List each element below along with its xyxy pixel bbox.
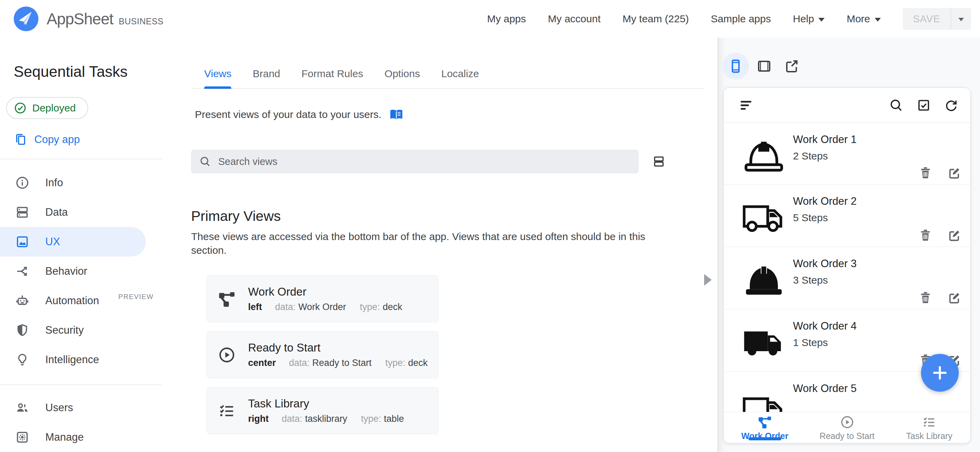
brand: AppSheet BUSINESS	[38, 10, 164, 28]
row-subtitle: 1 Steps	[793, 337, 828, 349]
chevron-down-icon	[818, 18, 824, 22]
row-title: Work Order 4	[793, 320, 856, 332]
row-subtitle: 2 Steps	[793, 150, 828, 162]
sidebar-item-label: Manage	[45, 431, 84, 443]
panel-expand-arrow-icon[interactable]	[704, 274, 712, 285]
sidebar-item-automation[interactable]: Automation PREVIEW	[0, 286, 146, 316]
brand-tier: BUSINESS	[119, 16, 163, 26]
tablet-icon[interactable]	[756, 58, 772, 75]
shield-icon	[15, 323, 30, 338]
copy-app-label: Copy app	[34, 133, 80, 146]
search-icon	[199, 155, 212, 168]
type-label: type:	[360, 302, 380, 312]
type-label: type:	[385, 358, 406, 368]
top-bar: AppSheet BUSINESS My apps My account My …	[0, 0, 980, 38]
sidebar-item-ux[interactable]: UX	[0, 227, 146, 257]
view-card-ready-to-start[interactable]: Ready to Start center data: Ready to Sta…	[207, 331, 439, 378]
save-button[interactable]: SAVE	[903, 13, 950, 25]
docs-book-icon[interactable]	[389, 107, 404, 122]
bottom-nav-label: Work Order	[741, 431, 788, 441]
checkbox-icon[interactable]	[916, 98, 931, 113]
play-circle-icon	[840, 415, 854, 429]
list-item-work-order-3[interactable]: Work Order 3 3 Steps	[724, 247, 970, 309]
app-title: Sequential Tasks	[14, 63, 162, 80]
nav-sample-apps[interactable]: Sample apps	[711, 13, 771, 25]
checklist-icon	[922, 415, 936, 429]
check-circle-icon	[14, 102, 27, 114]
sidebar-item-data[interactable]: Data	[0, 198, 146, 227]
play-circle-icon	[218, 346, 236, 364]
edit-icon[interactable]	[947, 290, 961, 305]
nav-help-menu[interactable]: Help	[793, 13, 825, 25]
save-menu-button[interactable]	[951, 8, 971, 30]
view-cards: Work Order left data: Work Order type: d…	[207, 275, 705, 434]
delete-icon[interactable]	[918, 166, 933, 180]
search-icon[interactable]	[889, 98, 904, 113]
tab-brand[interactable]: Brand	[253, 62, 280, 88]
sidebar-nav-secondary: Users Manage	[0, 393, 162, 452]
list-item-work-order-2[interactable]: Work Order 2 5 Steps	[724, 184, 970, 247]
search-box[interactable]	[191, 150, 639, 173]
collapse-sections-icon[interactable]	[652, 154, 666, 169]
nav-my-account[interactable]: My account	[548, 13, 600, 25]
sidebar-item-intelligence[interactable]: Intelligence	[0, 345, 146, 374]
chevron-down-icon	[958, 18, 964, 21]
row-title: Work Order 1	[793, 133, 856, 146]
row-subtitle: 5 Steps	[793, 212, 828, 224]
edit-icon[interactable]	[947, 166, 961, 180]
sidebar-item-users[interactable]: Users	[0, 393, 146, 422]
tab-format-rules[interactable]: Format Rules	[302, 62, 363, 88]
sidebar-item-label: Users	[45, 401, 73, 414]
refresh-icon[interactable]	[943, 98, 959, 113]
tab-bar: Views Brand Format Rules Options Localiz…	[191, 62, 705, 89]
view-card-task-library[interactable]: Task Library right data: tasklibrary typ…	[207, 387, 439, 434]
appsheet-logo-icon[interactable]	[14, 6, 38, 31]
edit-icon[interactable]	[947, 228, 961, 243]
nav-my-apps[interactable]: My apps	[487, 13, 526, 25]
view-position: center	[248, 358, 276, 368]
search-input[interactable]	[218, 156, 631, 167]
intro-text: Present views of your data to your users…	[195, 109, 382, 121]
view-card-work-order[interactable]: Work Order left data: Work Order type: d…	[207, 275, 439, 322]
row-actions	[918, 290, 961, 305]
deployed-status-badge[interactable]: Deployed	[6, 97, 88, 119]
nav-my-team[interactable]: My team (225)	[622, 13, 689, 25]
work-order-list: Work Order 1 2 Steps Work Order 2 5 Step…	[724, 123, 970, 443]
row-subtitle: 3 Steps	[793, 274, 828, 286]
add-button[interactable]	[921, 354, 959, 392]
menu-icon[interactable]	[739, 98, 754, 113]
copy-icon	[14, 133, 27, 146]
copy-app-button[interactable]: Copy app	[14, 133, 162, 146]
row-actions	[918, 228, 961, 243]
device-toolbar	[722, 53, 800, 79]
section-description: These views are accessed via the bottom …	[191, 230, 682, 257]
sidebar-item-label: Info	[45, 177, 63, 189]
delete-icon[interactable]	[918, 228, 933, 243]
type-value: deck	[408, 358, 428, 368]
app-preview-header	[724, 88, 970, 123]
sidebar-nav: Info Data UX Behavior Automation PREVIEW	[0, 168, 162, 374]
people-icon	[15, 401, 30, 415]
bottom-nav-task-library[interactable]: Task Library	[888, 412, 970, 443]
open-external-icon[interactable]	[783, 58, 800, 75]
bottom-nav-work-order[interactable]: Work Order	[724, 412, 806, 443]
tab-options[interactable]: Options	[385, 62, 420, 88]
nav-more-menu[interactable]: More	[846, 13, 880, 25]
sidebar-item-label: UX	[45, 236, 60, 248]
sidebar-item-manage[interactable]: Manage	[0, 422, 146, 452]
preview-badge: PREVIEW	[118, 293, 154, 301]
device-phone-button[interactable]	[722, 53, 749, 79]
tab-localize[interactable]: Localize	[441, 62, 479, 88]
sidebar-item-security[interactable]: Security	[0, 316, 146, 345]
sidebar-item-info[interactable]: Info	[0, 168, 146, 198]
preview-panel: Work Order 1 2 Steps Work Order 2 5 Step…	[717, 38, 980, 452]
data-label: data:	[275, 302, 296, 312]
gear-icon	[15, 430, 30, 444]
delete-icon[interactable]	[918, 290, 933, 305]
tab-views[interactable]: Views	[204, 62, 231, 88]
bottom-nav-ready-to-start[interactable]: Ready to Start	[806, 412, 888, 443]
list-item-work-order-1[interactable]: Work Order 1 2 Steps	[724, 123, 970, 184]
sidebar-item-behavior[interactable]: Behavior	[0, 257, 146, 286]
sidebar-item-label: Security	[45, 324, 84, 336]
nav-help-label: Help	[793, 13, 814, 25]
